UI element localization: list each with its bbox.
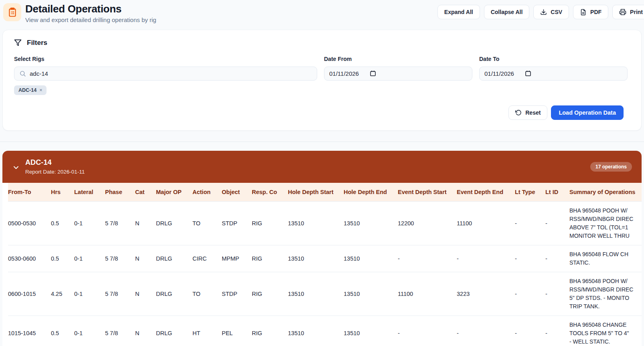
cell-from-to: 0500-0530 bbox=[8, 201, 51, 245]
cell-lt-type: - bbox=[515, 316, 545, 346]
column-header: Cat bbox=[135, 183, 156, 202]
cell-hole-depth-end: 13510 bbox=[344, 272, 398, 316]
column-header: Hole Depth End bbox=[344, 183, 398, 202]
calendar-icon[interactable] bbox=[518, 70, 531, 77]
column-header: Resp. Co bbox=[252, 183, 288, 202]
cell-hrs: 0.5 bbox=[51, 201, 74, 245]
chevron-down-icon[interactable] bbox=[12, 164, 20, 172]
page-title: Detailed Operations bbox=[25, 3, 156, 15]
cell-lateral: 0-1 bbox=[74, 201, 105, 245]
cell-lt-id: - bbox=[545, 316, 569, 346]
cell-major-op: DRLG bbox=[156, 316, 192, 346]
x-icon[interactable]: × bbox=[39, 87, 42, 93]
cell-lt-type: - bbox=[515, 201, 545, 245]
filters-grid: Select Rigs ADC-14× Date From 01/11/2026 bbox=[14, 56, 624, 95]
cell-from-to: 0530-0600 bbox=[8, 245, 51, 272]
cell-from-to: 0600-1015 bbox=[8, 272, 51, 316]
selected-rigs-row: ADC-14× bbox=[14, 85, 317, 95]
cell-cat: N bbox=[135, 245, 156, 272]
column-header: Event Depth End bbox=[457, 183, 515, 202]
csv-export-button[interactable]: CSV bbox=[533, 5, 569, 19]
print-label: Print bbox=[630, 9, 643, 15]
cell-lt-id: - bbox=[545, 245, 569, 272]
rig-section-card: ADC-14 Report Date: 2026-01-11 17 operat… bbox=[2, 151, 642, 346]
expand-all-button[interactable]: Expand All bbox=[437, 5, 480, 19]
selected-rig-chip[interactable]: ADC-14× bbox=[14, 85, 47, 95]
table-row: 1015-10450.50-15 7/8NDRLGHTPELRIG1351013… bbox=[8, 316, 642, 346]
title-group: Detailed Operations View and export deta… bbox=[3, 3, 156, 23]
cell-lateral: 0-1 bbox=[74, 245, 105, 272]
column-header: Summary of Operations bbox=[569, 183, 642, 202]
filters-actions: Reset Load Operation Data bbox=[14, 105, 624, 120]
cell-event-depth-end: - bbox=[457, 245, 515, 272]
collapse-all-label: Collapse All bbox=[491, 9, 523, 15]
cell-object: MPMP bbox=[222, 245, 252, 272]
cell-object: STDP bbox=[222, 201, 252, 245]
cell-phase: 5 7/8 bbox=[105, 245, 135, 272]
cell-event-depth-end: 3223 bbox=[457, 272, 515, 316]
column-header: Hrs bbox=[51, 183, 74, 202]
printer-icon bbox=[619, 8, 626, 16]
column-header: Event Depth Start bbox=[398, 183, 457, 202]
cell-cat: N bbox=[135, 201, 156, 245]
date-from-input[interactable]: 01/11/2026 bbox=[324, 67, 472, 81]
table-row: 0600-10154.250-15 7/8NDRLGTOSTDPRIG13510… bbox=[8, 272, 642, 316]
cell-event-depth-end: 11100 bbox=[457, 201, 515, 245]
date-from-field: Date From 01/11/2026 bbox=[324, 56, 472, 95]
table-row: 0500-05300.50-15 7/8NDRLGTOSTDPRIG135101… bbox=[8, 201, 642, 245]
cell-resp-co: RIG bbox=[252, 245, 288, 272]
operations-table-wrap: From-ToHrsLateralPhaseCatMajor OPActionO… bbox=[2, 183, 642, 346]
expand-all-label: Expand All bbox=[444, 9, 473, 15]
table-header: From-ToHrsLateralPhaseCatMajor OPActionO… bbox=[8, 183, 642, 202]
cell-resp-co: RIG bbox=[252, 201, 288, 245]
cell-resp-co: RIG bbox=[252, 272, 288, 316]
page-subtitle: View and export detailed drilling operat… bbox=[25, 16, 156, 23]
cell-hole-depth-start: 13510 bbox=[288, 272, 344, 316]
cell-phase: 5 7/8 bbox=[105, 201, 135, 245]
filter-funnel-icon bbox=[14, 39, 22, 47]
cell-event-depth-start: 11100 bbox=[398, 272, 457, 316]
cell-cat: N bbox=[135, 272, 156, 316]
calendar-icon[interactable] bbox=[363, 70, 376, 77]
cell-lateral: 0-1 bbox=[74, 272, 105, 316]
cell-resp-co: RIG bbox=[252, 316, 288, 346]
cell-from-to: 1015-1045 bbox=[8, 316, 51, 346]
toolbar: Expand All Collapse All CSV PDF bbox=[437, 5, 644, 19]
cell-major-op: DRLG bbox=[156, 201, 192, 245]
rig-header-text: ADC-14 Report Date: 2026-01-11 bbox=[25, 158, 85, 175]
select-rigs-field: Select Rigs ADC-14× bbox=[14, 56, 317, 95]
date-to-input[interactable]: 01/11/2026 bbox=[479, 67, 628, 81]
cell-lt-type: - bbox=[515, 245, 545, 272]
cell-action: CIRC bbox=[192, 245, 222, 272]
pdf-export-button[interactable]: PDF bbox=[573, 5, 608, 19]
column-header: Lt ID bbox=[545, 183, 569, 202]
download-icon bbox=[540, 9, 547, 16]
cell-object: PEL bbox=[222, 316, 252, 346]
operations-count-badge: 17 operations bbox=[590, 162, 632, 172]
reset-button[interactable]: Reset bbox=[508, 105, 547, 120]
cell-lt-type: - bbox=[515, 272, 545, 316]
load-operation-data-button[interactable]: Load Operation Data bbox=[551, 105, 624, 120]
column-header: From-To bbox=[8, 183, 51, 202]
rig-search-input[interactable] bbox=[30, 70, 312, 77]
rig-search-shell bbox=[14, 67, 317, 81]
cell-phase: 5 7/8 bbox=[105, 316, 135, 346]
column-header: Major OP bbox=[156, 183, 192, 202]
collapse-all-button[interactable]: Collapse All bbox=[484, 5, 530, 19]
column-header: Action bbox=[192, 183, 222, 202]
cell-hrs: 0.5 bbox=[51, 316, 74, 346]
cell-summary-lines: BHA 965048 POOH W/RSS/MWD/NBGR DIRECABOV… bbox=[569, 201, 642, 245]
load-operation-data-label: Load Operation Data bbox=[559, 109, 616, 116]
date-from-value: 01/11/2026 bbox=[329, 70, 359, 77]
title-block: Detailed Operations View and export deta… bbox=[25, 3, 156, 23]
reset-icon bbox=[515, 109, 522, 116]
clipboard-icon bbox=[3, 3, 21, 21]
cell-action: TO bbox=[192, 272, 222, 316]
cell-major-op: DRLG bbox=[156, 272, 192, 316]
cell-major-op: DRLG bbox=[156, 245, 192, 272]
cell-summary-lines: BHA 965048 FLOW CHSTATIC. bbox=[569, 245, 642, 272]
cell-event-depth-start: - bbox=[398, 316, 457, 346]
print-button[interactable]: Print bbox=[612, 5, 644, 19]
cell-cat: N bbox=[135, 316, 156, 346]
rig-header[interactable]: ADC-14 Report Date: 2026-01-11 17 operat… bbox=[2, 151, 642, 183]
